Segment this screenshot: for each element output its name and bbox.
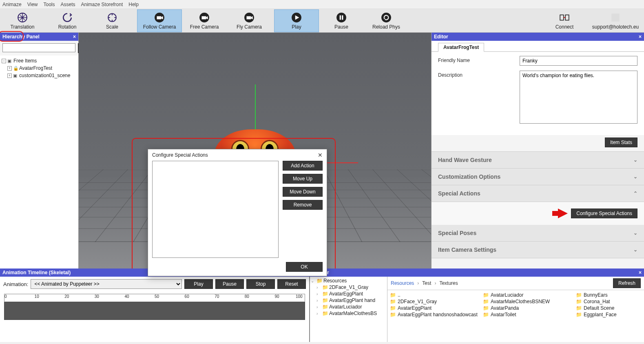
timeline-reset-button[interactable]: Reset [277,279,306,289]
svg-rect-5 [202,16,206,19]
file-item[interactable]: 📁AvatarEggPlant [389,305,482,311]
move-up-button[interactable]: Move Up [283,174,323,184]
friendly-name-label: Friendly Name [438,56,516,66]
menu-item[interactable]: Tools [43,2,55,7]
pause-button[interactable]: Pause [319,9,364,32]
folder-item[interactable]: ⌄📁Resources [311,277,386,284]
support-button[interactable]: support@holotech.eu [587,9,644,32]
editor-header: Editor × [432,33,644,41]
menu-item[interactable]: Help [128,2,139,7]
timeline-ruler[interactable]: 0 10 20 30 40 50 60 70 80 90 100 [4,294,305,302]
accordion-special-actions[interactable]: Special Actions⌃ [432,185,644,202]
remove-button[interactable]: Remove [283,200,323,210]
menubar: Animaze View Tools Assets Animaze Storef… [0,0,644,9]
editor-panel: Editor × AvatarFrogTest Friendly Name De… [431,33,644,269]
folder-item[interactable]: ›📁AvatarMaleClothesBS [311,310,386,317]
file-item[interactable]: 📁AvatarLuciador [482,292,575,298]
hierarchy-panel: Hierarchy Panel × Search −▣Free Items +🔒… [0,33,79,269]
folder-item[interactable]: ›📁AvatarLuciador [311,304,386,310]
rotate-icon [62,12,73,23]
chevron-down-icon: ⌄ [633,247,637,253]
accordion-special-poses[interactable]: Special Poses⌄ [432,225,644,242]
file-item[interactable]: 📁2DFace_V1_Gray [389,298,482,305]
timeline-pause-button[interactable]: Pause [215,279,244,289]
rotation-button[interactable]: Rotation [45,9,90,32]
folder-item[interactable]: ›📁2DFace_V1_Gray [311,284,386,291]
hierarchy-search-input[interactable] [2,43,75,52]
animation-label: Animation: [3,281,28,287]
svg-rect-10 [340,15,341,20]
breadcrumb-item[interactable]: Test [422,280,431,286]
timeline-track[interactable] [4,302,305,320]
animation-select[interactable]: << Animated by Puppeteer >> [31,279,182,289]
add-action-button[interactable]: Add Action [283,161,323,171]
arrow-annotation [558,209,568,218]
user-icon [610,12,621,23]
svg-rect-14 [565,15,569,20]
item-stats-button[interactable]: Item Stats [605,138,637,147]
accordion-customization[interactable]: Customization Options⌄ [432,169,644,185]
menu-item[interactable]: Animaze Storefront [81,2,123,7]
timeline-stop-button[interactable]: Stop [246,279,275,289]
ok-button[interactable]: OK [286,262,323,272]
dialog-title: Configure Special Actions [152,152,208,158]
tree-item[interactable]: +🔒AvatarFrogTest [7,64,77,72]
file-item[interactable]: 📁AvatarMaleClothesBSNEW [482,298,575,305]
hierarchy-tree: −▣Free Items +🔒AvatarFrogTest +▣customiz… [0,55,78,81]
configure-special-actions-button[interactable]: Configure Special Actions [571,209,637,218]
close-icon[interactable]: × [639,270,642,275]
menu-item[interactable]: Animaze [2,2,22,7]
close-icon[interactable]: ✕ [318,152,323,158]
file-item[interactable]: 📁Eggplant_Face [575,311,624,318]
move-down-button[interactable]: Move Down [283,187,323,197]
file-item[interactable]: 📁AvatarPanda [482,305,575,311]
file-item[interactable]: 📁Corona_Hat [575,298,624,305]
scale-button[interactable]: Scale [90,9,135,32]
fly-camera-button[interactable]: Fly Camera [227,9,272,32]
file-item[interactable]: 📁AvatarToilet [482,311,575,318]
actions-list[interactable] [152,161,279,258]
tree-item[interactable]: +▣customization01_scene [7,72,77,79]
accordion-camera-settings[interactable]: Item Camera Settings⌄ [432,242,644,258]
chevron-down-icon: ⌄ [633,157,637,163]
menu-item[interactable]: View [27,2,38,7]
tree-item[interactable]: −▣Free Items [1,57,77,64]
axis-x [325,162,358,163]
close-icon[interactable]: × [73,34,76,40]
timeline-play-button[interactable]: Play [184,279,213,289]
configure-special-actions-dialog: Configure Special Actions ✕ Add Action M… [148,149,327,276]
folder-item[interactable]: ›📁AvatarEggPlant [311,291,386,297]
follow-camera-button[interactable]: Follow Camera [137,9,182,32]
friendly-name-input[interactable] [520,56,637,66]
accordion-hand-wave[interactable]: Hand Wave Gesture⌄ [432,152,644,169]
connect-button[interactable]: Connect [542,9,587,32]
close-icon[interactable]: × [639,34,642,40]
description-input[interactable]: World's champion for eating flies. [520,71,637,124]
chevron-down-icon: ⌄ [633,230,637,236]
file-item[interactable]: 📁Default Scene [575,305,624,311]
chevron-down-icon: ⌄ [633,174,637,180]
breadcrumb: Resources› Test› Textures Refresh [387,277,644,290]
reload-phys-button[interactable]: Reload Phys [364,9,409,32]
menu-item[interactable]: Assets [61,2,75,7]
translate-icon [17,12,28,23]
refresh-button[interactable]: Refresh [613,278,641,288]
svg-rect-11 [342,15,343,20]
free-camera-button[interactable]: Free Camera [182,9,227,32]
translation-button[interactable]: Translation [0,9,45,32]
file-item[interactable]: 📁.. [389,292,482,298]
chevron-up-icon: ⌃ [633,191,637,196]
folder-item[interactable]: ›📁AvatarEggPlant hand [311,297,386,304]
file-item[interactable]: 📁BunnyEars [575,292,624,298]
svg-point-12 [381,13,391,22]
editor-tab[interactable]: AvatarFrogTest [438,43,484,52]
svg-rect-3 [157,16,162,19]
folder-tree: ⌄📁Resources ›📁2DFace_V1_Gray ›📁AvatarEgg… [310,277,387,342]
camera-icon [154,12,165,23]
scale-icon [106,12,118,23]
breadcrumb-item[interactable]: Textures [439,280,458,286]
breadcrumb-item[interactable]: Resources [391,280,414,286]
play-button[interactable]: Play [274,9,319,32]
file-item[interactable]: 📁AvatarEggPlant handsnoshadowcast [389,311,482,318]
pause-icon [336,12,347,23]
